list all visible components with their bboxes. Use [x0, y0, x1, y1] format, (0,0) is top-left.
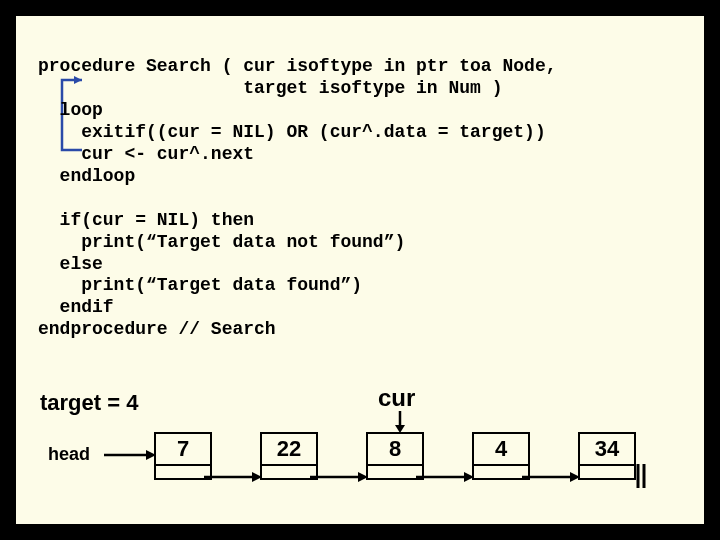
code-line: target isoftype in Num ): [38, 78, 502, 98]
code-line: print(“Target data not found”): [38, 232, 405, 252]
node-value: 34: [580, 434, 634, 464]
node-value: 7: [156, 434, 210, 464]
list-node: 34: [578, 432, 636, 480]
next-arrow-icon: [522, 470, 582, 489]
target-label: target = 4: [40, 390, 138, 416]
cur-label: cur: [378, 384, 415, 412]
code-line: endif: [38, 297, 114, 317]
node-pointer: [580, 464, 634, 478]
list-node: 7: [154, 432, 212, 480]
slide-frame: procedure Search ( cur isoftype in ptr t…: [13, 13, 707, 527]
node-value: 8: [368, 434, 422, 464]
code-line: endloop: [38, 166, 135, 186]
node-pointer: [474, 464, 528, 478]
code-line: if(cur = NIL) then: [38, 210, 254, 230]
code-line: loop: [38, 100, 103, 120]
code-block: procedure Search ( cur isoftype in ptr t…: [38, 34, 682, 341]
code-line: endprocedure // Search: [38, 319, 276, 339]
next-arrow-icon: [416, 470, 476, 489]
code-line: cur <- cur^.next: [38, 144, 254, 164]
head-arrow-icon: [104, 448, 158, 467]
linked-list: 7 22 8 4 34: [154, 432, 636, 480]
next-arrow-icon: [204, 470, 264, 489]
node-pointer: [262, 464, 316, 478]
list-node: 8: [366, 432, 424, 480]
head-label: head: [48, 444, 90, 465]
code-line: procedure Search ( cur isoftype in ptr t…: [38, 56, 556, 76]
code-line: exitif((cur = NIL) OR (cur^.data = targe…: [38, 122, 546, 142]
null-terminator-icon: [634, 464, 648, 493]
code-line: else: [38, 254, 103, 274]
node-pointer: [156, 464, 210, 478]
code-line: print(“Target data found”): [38, 275, 362, 295]
node-pointer: [368, 464, 422, 478]
list-node: 22: [260, 432, 318, 480]
list-node: 4: [472, 432, 530, 480]
next-arrow-icon: [310, 470, 370, 489]
node-value: 4: [474, 434, 528, 464]
node-value: 22: [262, 434, 316, 464]
